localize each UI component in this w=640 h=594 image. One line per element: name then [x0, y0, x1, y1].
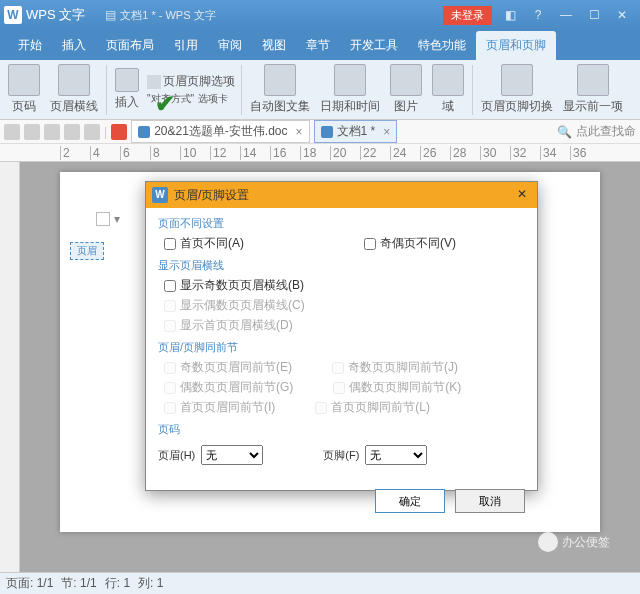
tab-chapter[interactable]: 章节 — [296, 31, 340, 60]
close-icon[interactable]: ✕ — [608, 5, 636, 25]
cb-odd-h-input — [164, 362, 176, 374]
datetime-button[interactable]: 日期和时间 — [318, 62, 382, 117]
skin-icon[interactable]: ◧ — [496, 5, 524, 25]
cb-first-diff-input[interactable] — [164, 238, 176, 250]
autotext-label: 自动图文集 — [250, 98, 310, 115]
hf-switch-button[interactable]: 页眉页脚切换 — [479, 62, 555, 117]
cb-odd-h-label: 奇数页页眉同前节(E) — [180, 359, 292, 376]
section-page-num: 页码 — [158, 422, 525, 437]
header-select-label: 页眉(H) — [158, 448, 195, 463]
cb-first-h-label: 首页页眉同前节(I) — [180, 399, 275, 416]
doc-tab-0[interactable]: 20&21选题单-安世伟.doc × — [131, 120, 309, 143]
page-icon — [96, 212, 110, 226]
cb-show-first-input — [164, 320, 176, 332]
tab-view[interactable]: 视图 — [252, 31, 296, 60]
cb-show-even: 显示偶数页页眉横线(C) — [164, 297, 305, 314]
ribbon-sep — [241, 65, 242, 115]
vertical-ruler[interactable] — [0, 162, 20, 582]
tab-insert[interactable]: 插入 — [52, 31, 96, 60]
status-bar: 页面: 1/1 节: 1/1 行: 1 列: 1 — [0, 572, 640, 594]
picture-button[interactable]: 图片 — [388, 62, 424, 117]
horizontal-ruler[interactable]: 2 4 6 8 10 12 14 16 18 20 22 24 26 28 30… — [0, 144, 640, 162]
datetime-icon — [334, 64, 366, 96]
footer-select[interactable]: 无 — [365, 445, 427, 465]
cb-show-odd-label: 显示奇数页页眉横线(B) — [180, 277, 304, 294]
field-icon — [432, 64, 464, 96]
dialog-body: 页面不同设置 首页不同(A) 奇偶页不同(V) 显示页眉横线 显示奇数页页眉横线… — [146, 208, 537, 483]
page-number-icon — [8, 64, 40, 96]
field-button[interactable]: 域 — [430, 62, 466, 117]
dialog-titlebar[interactable]: W 页眉/页脚设置 ✕ — [146, 182, 537, 208]
ruler-tick: 28 — [450, 146, 466, 160]
preview-icon[interactable] — [44, 124, 60, 140]
tab-header-footer[interactable]: 页眉和页脚 — [476, 31, 556, 60]
redo-icon[interactable] — [84, 124, 100, 140]
ruler-tick: 24 — [390, 146, 406, 160]
wps-icon[interactable] — [111, 124, 127, 140]
tab-dev[interactable]: 开发工具 — [340, 31, 408, 60]
cb-even-h: 偶数页页眉同前节(G) — [164, 379, 293, 396]
ruler-tick: 14 — [240, 146, 256, 160]
cb-show-odd-input[interactable] — [164, 280, 176, 292]
search-icon[interactable]: 🔍 — [557, 125, 572, 139]
checkmark-icon: ✔ — [155, 90, 175, 118]
app-logo: W — [4, 6, 22, 24]
autotext-button[interactable]: 自动图文集 — [248, 62, 312, 117]
cb-odd-h: 奇数页页眉同前节(E) — [164, 359, 292, 376]
hf-switch-icon — [501, 64, 533, 96]
page-number-button[interactable]: 页码 — [6, 62, 42, 117]
minimize-icon[interactable]: — — [552, 5, 580, 25]
autotext-icon — [264, 64, 296, 96]
ruler-tick: 34 — [540, 146, 556, 160]
close-icon[interactable]: × — [296, 125, 303, 139]
insert-label: 插入 — [115, 94, 139, 111]
cb-odd-even-input[interactable] — [364, 238, 376, 250]
undo-icon[interactable] — [64, 124, 80, 140]
ribbon: 页码 页眉横线 插入 页眉页脚选项 ✔ "对齐方式" 选项卡 自动图文集 日期和… — [0, 60, 640, 120]
maximize-icon[interactable]: ☐ — [580, 5, 608, 25]
tab-review[interactable]: 审阅 — [208, 31, 252, 60]
cancel-button[interactable]: 取消 — [455, 489, 525, 513]
section-show-line: 显示页眉横线 — [158, 258, 525, 273]
watermark-text: 办公便签 — [562, 534, 610, 551]
cb-first-diff[interactable]: 首页不同(A) — [164, 235, 244, 252]
cb-odd-even-label: 奇偶页不同(V) — [380, 235, 456, 252]
dialog-title: 页眉/页脚设置 — [174, 187, 249, 204]
header-select[interactable]: 无 — [201, 445, 263, 465]
cb-show-first-label: 显示首页页眉横线(D) — [180, 317, 293, 334]
footer-select-label: 页脚(F) — [323, 448, 359, 463]
section-same-prev: 页眉/页脚同前节 — [158, 340, 525, 355]
login-status[interactable]: 未登录 — [443, 6, 492, 25]
hf-line-button[interactable]: 页眉横线 — [48, 62, 100, 117]
hf-options-button[interactable]: 页眉页脚选项 — [147, 73, 235, 90]
tab-home[interactable]: 开始 — [8, 31, 52, 60]
show-prev-label: 显示前一项 — [563, 98, 623, 115]
ruler-tick: 4 — [90, 146, 100, 160]
tab-refs[interactable]: 引用 — [164, 31, 208, 60]
ribbon-tabs: 开始 插入 页面布局 引用 审阅 视图 章节 开发工具 特色功能 页眉和页脚 — [0, 30, 640, 60]
tab-feature[interactable]: 特色功能 — [408, 31, 476, 60]
search-placeholder[interactable]: 点此查找命 — [576, 123, 636, 140]
cb-odd-even[interactable]: 奇偶页不同(V) — [364, 235, 456, 252]
watermark-icon — [538, 532, 558, 552]
show-prev-icon — [577, 64, 609, 96]
picture-icon — [390, 64, 422, 96]
ruler-tick: 12 — [210, 146, 226, 160]
status-section: 节: 1/1 — [61, 575, 96, 592]
show-prev-button[interactable]: 显示前一项 — [561, 62, 625, 117]
insert-button[interactable]: 插入 — [113, 66, 141, 113]
cb-even-f: 偶数页页脚同前节(K) — [333, 379, 461, 396]
cb-even-f-label: 偶数页页脚同前节(K) — [349, 379, 461, 396]
cb-show-odd[interactable]: 显示奇数页页眉横线(B) — [164, 277, 304, 294]
close-icon[interactable]: × — [383, 125, 390, 139]
ok-button[interactable]: 确定 — [375, 489, 445, 513]
print-icon[interactable] — [24, 124, 40, 140]
doc-tab-1[interactable]: 文档1 * × — [314, 120, 398, 143]
help-icon[interactable]: ? — [524, 5, 552, 25]
tabs-label: 选项卡 — [198, 92, 228, 106]
dialog-close-icon[interactable]: ✕ — [513, 186, 531, 204]
save-icon[interactable] — [4, 124, 20, 140]
ruler-tick: 10 — [180, 146, 196, 160]
cb-even-f-input — [333, 382, 345, 394]
tab-layout[interactable]: 页面布局 — [96, 31, 164, 60]
